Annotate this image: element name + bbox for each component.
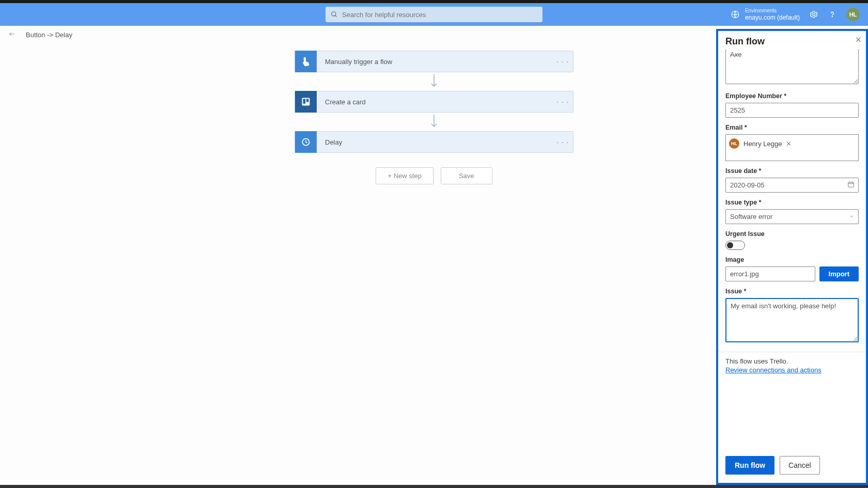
gear-icon[interactable] — [809, 10, 818, 19]
search-input[interactable] — [342, 11, 537, 19]
close-icon[interactable]: ✕ — [855, 35, 862, 44]
svg-point-0 — [332, 12, 336, 16]
environment-picker[interactable]: Environments enayu.com (default) — [731, 8, 800, 21]
env-name: enayu.com (default) — [745, 14, 800, 21]
svg-point-4 — [832, 16, 832, 17]
search-box[interactable] — [326, 7, 542, 22]
env-label: Environments — [745, 8, 800, 14]
user-avatar[interactable]: HL — [846, 8, 860, 21]
svg-point-3 — [813, 13, 815, 16]
environment-icon — [731, 10, 740, 19]
search-icon — [331, 11, 338, 18]
help-icon[interactable] — [828, 10, 837, 19]
app-header: Environments enayu.com (default) HL — [0, 3, 868, 26]
svg-line-1 — [335, 15, 337, 17]
run-flow-panel: Run flow ✕ Employee Number * Email * HL … — [716, 29, 868, 44]
breadcrumb-text: Button -> Delay — [26, 31, 72, 39]
panel-title: Run flow — [725, 36, 859, 44]
back-arrow-icon[interactable] — [5, 28, 19, 42]
